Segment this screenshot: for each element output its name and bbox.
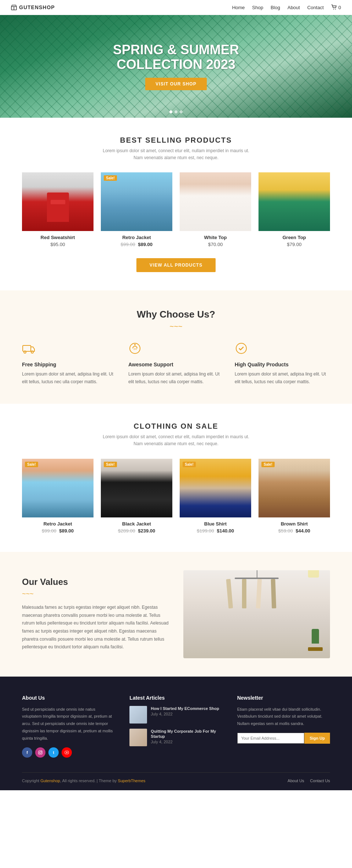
nav-contact[interactable]: Contact: [307, 5, 324, 10]
values-section: Our Values ~~~ Malesuada fames ac turpis…: [0, 552, 352, 677]
social-instagram-button[interactable]: [35, 747, 45, 758]
footer-articles: Latest Articles How I Started My ECommer…: [129, 695, 222, 758]
product-price: $59.00 $44.00: [258, 528, 330, 534]
logo[interactable]: GUTENSHOP: [11, 4, 55, 10]
sale-black-jacket[interactable]: Sale! Black Jacket $289.00 $239.00: [101, 459, 172, 534]
svg-point-8: [134, 344, 136, 345]
nav-shop[interactable]: Shop: [252, 5, 263, 10]
article-item-2[interactable]: Quitting My Corporate Job For My Startup…: [129, 729, 222, 746]
svg-rect-4: [23, 345, 31, 351]
store-icon: [11, 4, 17, 10]
product-name: Retro Jacket: [22, 521, 94, 527]
svg-point-3: [335, 9, 336, 10]
hero-cta-button[interactable]: VISIT OUR SHOP: [145, 78, 206, 90]
svg-point-2: [333, 9, 334, 10]
article-date-1: July 4, 2022: [151, 712, 219, 716]
svg-text:24: 24: [133, 347, 137, 351]
best-selling-subtitle: Lorem ipsum dolor sit amet, connect etur…: [103, 147, 249, 161]
logo-text: GUTENSHOP: [19, 4, 55, 10]
best-selling-section: BEST SELLING PRODUCTS Lorem ipsum dolor …: [0, 118, 352, 290]
values-body: Malesuada fames ac turpis egestas intege…: [22, 604, 169, 651]
product-green-top[interactable]: Green Top $79.00: [258, 172, 330, 247]
product-img-green-top: [258, 172, 330, 231]
sale-badge: Sale!: [25, 462, 38, 467]
social-youtube-button[interactable]: [62, 747, 72, 758]
product-price: $199.00 $140.00: [180, 528, 251, 534]
why-item-support: 24 Awesome Support Lorem ipsum dolor sit…: [128, 342, 224, 385]
cart-count: 0: [338, 5, 341, 10]
site-header: GUTENSHOP Home Shop Blog About Contact 0: [0, 0, 352, 15]
article-item-1[interactable]: How I Started My ECommerce Shop July 4, …: [129, 706, 222, 724]
truck-icon: [22, 342, 117, 358]
product-name: White Top: [180, 235, 251, 240]
clothing-sale-grid: Sale! Retro Jacket $99.00 $89.00 Sale! B…: [22, 459, 330, 534]
article-info-1: How I Started My ECommerce Shop July 4, …: [151, 706, 219, 716]
nav-blog[interactable]: Blog: [271, 5, 280, 10]
product-price: $95.00: [22, 242, 94, 247]
product-img-blue-shirt: Sale!: [180, 459, 251, 517]
svg-point-12: [40, 751, 41, 753]
main-nav: Home Shop Blog About Contact 0: [232, 4, 341, 10]
product-img-red-sweatshirt: [22, 172, 94, 231]
footer-newsletter-text: Etiam placerat velit vitae dui blandit s…: [237, 706, 330, 728]
article-date-2: July 4, 2022: [151, 740, 222, 744]
sale-brown-shirt[interactable]: Sale! Brown Shirt $59.00 $44.00: [258, 459, 330, 534]
clothing-sale-title: CLOTHING ON SALE: [22, 422, 330, 431]
values-divider: ~~~: [22, 590, 169, 598]
product-retro-jacket[interactable]: Sale! Retro Jacket $99.00 $89.00: [101, 172, 172, 247]
hero-dots: [169, 110, 183, 113]
sale-badge: Sale!: [183, 462, 196, 467]
hero-section: SPRING & SUMMER COLLECTION 2023 VISIT OU…: [0, 15, 352, 118]
footer-about-title: About Us: [22, 695, 115, 701]
why-item-title: Awesome Support: [128, 362, 224, 367]
hero-dot-2[interactable]: [175, 110, 177, 113]
footer-copyright: Copyright Gutenshop, All rights reserved…: [22, 779, 146, 783]
newsletter-submit-button[interactable]: Sign Up: [304, 733, 330, 744]
hero-title: SPRING & SUMMER COLLECTION 2023: [113, 43, 239, 72]
product-red-sweatshirt[interactable]: Red Sweatshirt $95.00: [22, 172, 94, 247]
why-item-title: Free Shipping: [22, 362, 117, 367]
why-item-text: Lorem ipsum dolor sit amet, adipisa ling…: [235, 370, 330, 385]
hero-dot-3[interactable]: [180, 110, 183, 113]
clothing-sale-subtitle: Lorem ipsum dolor sit amet, connect etur…: [103, 433, 249, 447]
footer-about: About Us Sed ut perspiciatis unde omnis …: [22, 695, 115, 758]
footer-newsletter: Newsletter Etiam placerat velit vitae du…: [237, 695, 330, 758]
nav-home[interactable]: Home: [232, 5, 245, 10]
footer-about-link[interactable]: About Us: [287, 779, 304, 783]
hero-dot-1[interactable]: [169, 110, 172, 113]
newsletter-email-input[interactable]: [237, 733, 305, 744]
why-choose-section: Why Choose Us? ~~~ Free Shipping Lorem i…: [0, 290, 352, 404]
product-img-retro-jacket: Sale!: [101, 172, 172, 231]
sale-blue-shirt[interactable]: Sale! Blue Shirt $199.00 $140.00: [180, 459, 251, 534]
svg-point-6: [31, 351, 33, 353]
site-footer: About Us Sed ut perspiciatis unde omnis …: [0, 677, 352, 790]
cart-icon[interactable]: 0: [331, 4, 341, 10]
footer-theme-link[interactable]: SuperbThemes: [118, 779, 145, 783]
sale-badge: Sale!: [261, 462, 275, 467]
article-thumb-1: [129, 706, 147, 724]
svg-point-13: [41, 751, 42, 752]
article-thumb-2: [129, 729, 147, 746]
footer-brand-link[interactable]: Gutenshop: [40, 779, 60, 783]
footer-social: f t: [22, 747, 115, 758]
values-image: [183, 570, 330, 658]
footer-grid: About Us Sed ut perspiciatis unde omnis …: [22, 695, 330, 758]
social-twitter-button[interactable]: t: [48, 747, 59, 758]
clothing-sale-section: CLOTHING ON SALE Lorem ipsum dolor sit a…: [0, 404, 352, 552]
product-price: $99.00 $89.00: [22, 528, 94, 534]
article-title-1: How I Started My ECommerce Shop: [151, 706, 219, 711]
social-facebook-button[interactable]: f: [22, 747, 32, 758]
footer-contact-link[interactable]: Contact Us: [310, 779, 330, 783]
best-selling-title: BEST SELLING PRODUCTS: [22, 136, 330, 144]
footer-about-text: Sed ut perspiciatis unde omnis iste natu…: [22, 706, 115, 742]
best-selling-grid: Red Sweatshirt $95.00 Sale! Retro Jacket…: [22, 172, 330, 247]
sale-badge: Sale!: [104, 175, 117, 181]
sale-retro-jacket[interactable]: Sale! Retro Jacket $99.00 $89.00: [22, 459, 94, 534]
product-price: $99.00 $89.00: [101, 242, 172, 247]
product-white-top[interactable]: White Top $70.00: [180, 172, 251, 247]
svg-point-10: [236, 343, 246, 354]
nav-about[interactable]: About: [287, 5, 300, 10]
view-all-button[interactable]: VIEW ALL PRODUCTS: [136, 258, 216, 272]
footer-links: About Us Contact Us: [287, 779, 330, 783]
svg-point-5: [24, 351, 26, 353]
